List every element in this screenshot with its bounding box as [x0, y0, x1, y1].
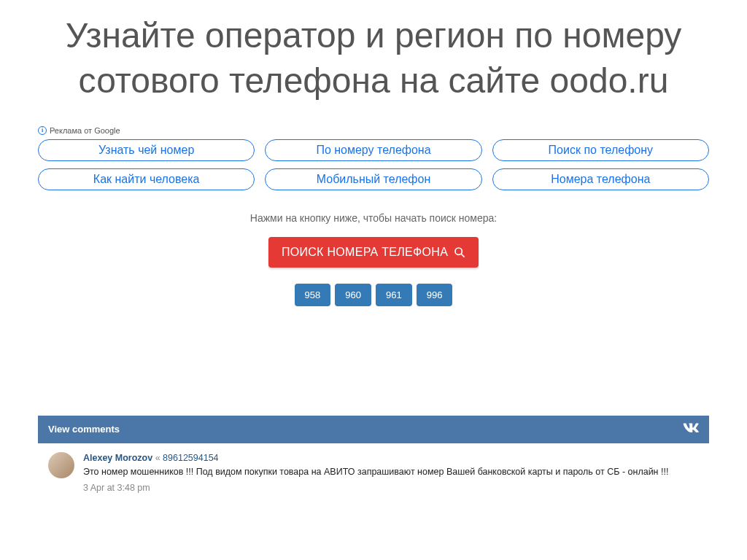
search-button-label: ПОИСК НОМЕРА ТЕЛЕФОНА	[282, 246, 448, 259]
ad-link-2[interactable]: Поиск по телефону	[492, 139, 709, 161]
svg-line-1	[461, 254, 465, 257]
code-chip-1[interactable]: 960	[335, 284, 371, 306]
comment-author[interactable]: Alexey Morozov	[83, 453, 152, 463]
ads-grid: Узнать чей номер По номеру телефона Поис…	[38, 139, 709, 190]
code-chip-3[interactable]: 996	[417, 284, 453, 306]
comments-header-label: View comments	[48, 424, 120, 435]
search-icon	[454, 246, 465, 258]
search-prompt: Нажми на кнопку ниже, чтобы начать поиск…	[38, 212, 709, 224]
ad-link-0[interactable]: Узнать чей номер	[38, 139, 255, 161]
comment-item: Alexey Morozov « 89612594154 Это номер м…	[38, 443, 709, 504]
ads-label-text: Реклама от Google	[50, 126, 120, 135]
ad-link-4[interactable]: Мобильный телефон	[265, 168, 481, 190]
page-title: Узнайте оператор и регион по номеру сото…	[38, 13, 709, 104]
phone-codes-row: 958 960 961 996	[38, 284, 709, 306]
ads-by-google-label: i Реклама от Google	[38, 126, 709, 135]
comment-text: Это номер мошенников !!! Под видом покуп…	[83, 466, 668, 479]
ad-link-3[interactable]: Как найти человека	[38, 168, 255, 190]
code-chip-0[interactable]: 958	[295, 284, 331, 306]
comment-date: 3 Apr at 3:48 pm	[83, 482, 668, 495]
svg-point-0	[455, 248, 462, 254]
vk-logo-icon	[683, 423, 699, 436]
avatar[interactable]	[48, 452, 74, 478]
info-icon: i	[38, 126, 47, 135]
comment-separator: «	[155, 453, 160, 463]
comments-header[interactable]: View comments	[38, 416, 709, 443]
ad-link-1[interactable]: По номеру телефона	[265, 139, 481, 161]
search-phone-button[interactable]: ПОИСК НОМЕРА ТЕЛЕФОНА	[268, 237, 479, 268]
code-chip-2[interactable]: 961	[376, 284, 412, 306]
ad-link-5[interactable]: Номера телефона	[492, 168, 709, 190]
comment-phone-link[interactable]: 89612594154	[163, 453, 218, 463]
